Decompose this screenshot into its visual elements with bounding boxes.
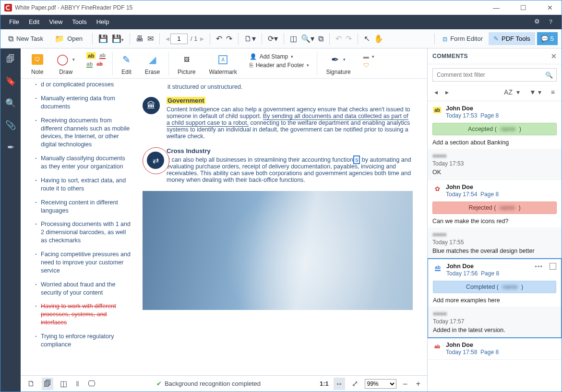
redo-icon[interactable]: ↷ — [226, 34, 232, 43]
add-stamp-button[interactable]: 👤Add Stamp ▾ — [250, 53, 310, 60]
menu-edit[interactable]: Edit — [24, 15, 44, 29]
comment-time: Today 17:54 — [446, 191, 477, 198]
rotate-icon[interactable]: ⟳▾ — [268, 34, 278, 43]
redact-button[interactable]: ▬▾ — [363, 53, 374, 60]
bullet-item: Having to work with different processes,… — [36, 302, 132, 327]
undo-icon[interactable]: ↶ — [216, 34, 222, 43]
single-page-view-icon[interactable]: 🗋 — [25, 378, 37, 390]
bullet-item: Worried about fraud and the security of … — [36, 281, 132, 297]
edit-tool[interactable]: ✎ Edit — [117, 51, 136, 75]
history-back-icon[interactable]: ↶ — [335, 34, 342, 43]
signature-tool[interactable]: ✒▾ Signature — [321, 51, 355, 75]
fit-page-icon[interactable]: ⤢ — [350, 377, 360, 390]
comment-author: John Doe — [446, 105, 499, 112]
attachments-icon[interactable]: 📎 — [5, 120, 16, 131]
comment-author: John Doe — [446, 184, 499, 190]
document-page[interactable]: d or complicated processesManually enter… — [21, 79, 427, 375]
minimize-button[interactable]: — — [489, 4, 504, 12]
menu-view[interactable]: View — [44, 15, 67, 29]
bullet-item: Receiving documents from different chann… — [36, 117, 132, 149]
open-button[interactable]: 📁 Open — [51, 32, 86, 45]
note-tool[interactable]: 🗨 Note — [26, 51, 48, 75]
page-number-input[interactable] — [170, 34, 188, 44]
page-total: / 1 — [189, 35, 199, 42]
hand-icon[interactable]: ✋ — [374, 34, 383, 43]
print-icon[interactable]: 🖶 — [136, 35, 143, 43]
menu-help[interactable]: Help — [92, 15, 114, 29]
header-footer-label: Header and Footer — [256, 62, 304, 69]
new-task-button[interactable]: ⧉ New Task — [4, 33, 47, 45]
email-icon[interactable]: ✉ — [147, 34, 154, 43]
search-panel-icon[interactable]: 🔍 — [5, 98, 16, 108]
watermark-tool[interactable]: A Watermark — [204, 51, 241, 75]
watermark-label: Watermark — [209, 69, 237, 75]
maximize-button[interactable]: ☐ — [515, 4, 531, 12]
bookmarks-icon[interactable]: 🔖 — [5, 76, 16, 86]
comments-toggle-button[interactable]: 💬 5 — [537, 32, 558, 45]
next-comment-icon[interactable]: ▸ — [443, 87, 451, 97]
zoom-in-icon[interactable]: + — [414, 378, 422, 390]
erase-tool[interactable]: ◢ Erase — [140, 51, 165, 75]
pdf-tools-button[interactable]: ✎ PDF Tools — [489, 32, 535, 45]
settings-icon[interactable]: ⚙ — [534, 18, 540, 26]
continuous-view-icon[interactable]: 🗐 — [42, 378, 53, 390]
intro-tail: it structured or unstructured. — [143, 83, 413, 90]
help-icon[interactable]: ？ — [548, 18, 554, 26]
history-fwd-icon[interactable]: ↷ — [346, 34, 352, 43]
fullscreen-view-icon[interactable]: 🖵 — [86, 378, 97, 390]
underline-tool[interactable]: ab — [99, 52, 106, 59]
two-page-scroll-icon[interactable]: ⫴ — [74, 378, 81, 390]
comments-close-icon[interactable]: ✕ — [551, 52, 557, 60]
draw-tool[interactable]: ◯▾ Draw — [52, 51, 80, 75]
prev-comment-icon[interactable]: ◂ — [432, 87, 440, 97]
comment-menu-icon[interactable]: ••• — [535, 263, 543, 270]
menu-file[interactable]: File — [4, 15, 24, 29]
search-icon[interactable]: 🔍 — [542, 69, 556, 81]
comment-item[interactable]: abJohn DoeToday 17:56 Page 8•••Completed… — [428, 258, 562, 338]
pages-panel-icon[interactable]: 🗐 — [6, 54, 15, 64]
fit-width-icon[interactable]: ↔ — [334, 378, 345, 390]
comments-count: 5 — [550, 35, 554, 42]
crop-icon[interactable]: ◫ — [290, 34, 297, 43]
pdf-tools-icon: ✎ — [493, 35, 499, 42]
two-page-view-icon[interactable]: ◫ — [58, 377, 69, 390]
picture-tool[interactable]: 🖼 Picture — [173, 51, 200, 75]
comment-type-icon: ✿ — [432, 184, 442, 193]
comment-item[interactable]: abJohn DoeToday 17:58 Page 8 — [428, 338, 562, 360]
save-as-icon[interactable]: 💾▾ — [112, 34, 124, 43]
menu-tools[interactable]: Tools — [67, 15, 91, 29]
collapse-all-icon[interactable]: ≡ — [549, 87, 557, 97]
comment-text: Add a section about Banking — [432, 139, 557, 146]
ocr-icon[interactable]: 🔍▾ — [301, 34, 314, 43]
form-editor-button[interactable]: ⧈ Form Editor — [439, 33, 487, 45]
add-page-icon[interactable]: 🗋▾ — [244, 34, 256, 43]
menu-bar: File Edit View Tools Help ⚙ ？ — [0, 15, 562, 29]
comment-checkbox[interactable] — [550, 263, 556, 270]
comment-item[interactable]: ✿John DoeToday 17:54 Page 8Rejected ( na… — [428, 180, 562, 259]
new-task-label: New Task — [16, 35, 43, 42]
header-footer-button[interactable]: ⎘Header and Footer ▾ — [250, 62, 310, 69]
filter-button[interactable]: ▼▾ — [527, 87, 545, 97]
title-bar: White Paper.pdf - ABBYY FineReader PDF 1… — [0, 0, 562, 15]
next-page-icon[interactable]: ▸ — [200, 34, 204, 43]
comment-type-icon: ab — [433, 263, 442, 273]
sort-button[interactable]: AZ▾ — [500, 87, 524, 97]
draw-icon: ◯ — [57, 53, 69, 66]
zoom-ratio[interactable]: 1:1 — [320, 380, 329, 387]
comment-filter-input[interactable] — [433, 69, 542, 81]
comment-type-icon: ab — [432, 342, 442, 351]
pointer-icon[interactable]: ↖ — [364, 34, 370, 43]
zoom-select[interactable]: 99% — [365, 379, 396, 389]
highlight-tool[interactable]: ab — [86, 52, 96, 59]
underline-green-tool[interactable]: ab — [86, 61, 93, 68]
extract-icon[interactable]: ⧉ — [318, 35, 323, 43]
prev-page-icon[interactable]: ◂ — [166, 34, 169, 43]
save-icon[interactable]: 💾 — [98, 34, 108, 43]
strike-tool[interactable]: ab — [96, 61, 103, 68]
protect-button[interactable]: 🛡 — [363, 62, 374, 69]
comments-header: COMMENTS — [432, 53, 468, 59]
zoom-out-icon[interactable]: – — [401, 378, 409, 390]
comment-item[interactable]: abJohn DoeToday 17:53 Page 8Accepted ( n… — [428, 101, 562, 180]
close-button[interactable]: ✕ — [542, 4, 558, 12]
signature-panel-icon[interactable]: ✒ — [7, 142, 14, 153]
